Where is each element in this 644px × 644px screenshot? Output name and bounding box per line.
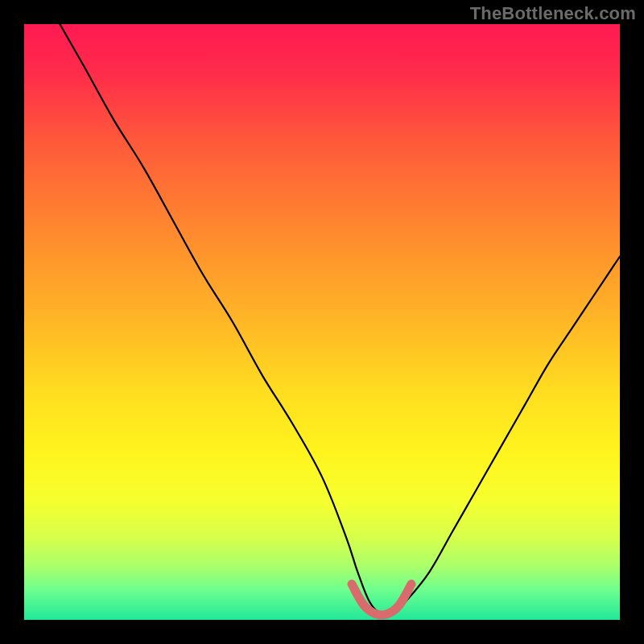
curve-layer	[24, 24, 620, 620]
watermark-text: TheBottleneck.com	[470, 3, 636, 24]
chart-frame: TheBottleneck.com	[0, 0, 644, 644]
plot-area	[24, 24, 620, 620]
bottleneck-curve	[60, 24, 620, 616]
bottom-highlight	[352, 584, 411, 616]
